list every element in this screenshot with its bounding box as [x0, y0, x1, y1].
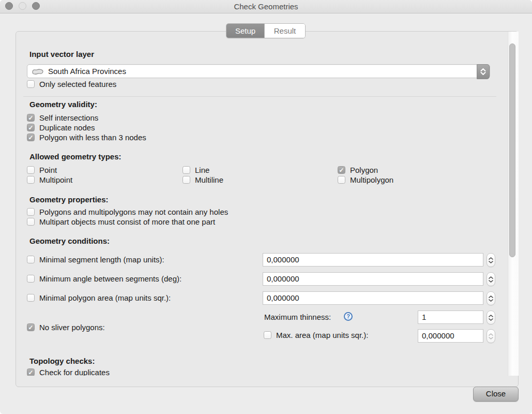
max-area-stepper — [487, 329, 495, 343]
min-segment-length-input[interactable]: 0,000000 — [263, 253, 483, 267]
window-title: Check Geometries — [0, 0, 532, 13]
max-area-input[interactable]: 0,000000 — [418, 329, 483, 343]
geometry-validity-heading: Geometry validity: — [29, 100, 97, 109]
multipolygon-label: Multipolygon — [350, 175, 393, 184]
spinner-up-icon — [489, 315, 493, 317]
geometry-properties-heading: Geometry properties: — [29, 195, 109, 204]
min-polygon-area-input[interactable]: 0,000000 — [263, 291, 483, 305]
spinner-down-icon — [489, 261, 493, 263]
min-segment-length-label: Minimal segment length (map units): — [39, 255, 164, 264]
only-selected-features-label: Only selected features — [39, 80, 116, 88]
min-polygon-area-value: 0,000000 — [267, 293, 299, 302]
check-for-duplicates-label: Check for duplicates — [39, 368, 110, 377]
multiline-label: Multiline — [195, 175, 223, 184]
polygon-less-3-nodes-checkbox[interactable]: ✓ — [27, 134, 35, 141]
vertical-scrollbar-thumb[interactable] — [509, 43, 515, 257]
min-segment-length-stepper[interactable] — [487, 253, 495, 267]
no-holes-checkbox[interactable]: ✓ — [27, 208, 35, 216]
spinner-down-icon — [489, 337, 493, 339]
input-layer-selected-value: South Africa Provinces — [48, 67, 126, 76]
check-icon: ✓ — [27, 124, 34, 131]
multipoint-checkbox[interactable]: ✓ — [27, 176, 35, 184]
spinner-down-icon — [489, 280, 493, 283]
no-holes-label: Polygons and multipolygons may not conta… — [39, 208, 228, 216]
allowed-geometry-types-heading: Allowed geometry types: — [29, 152, 121, 161]
point-checkbox[interactable]: ✓ — [27, 166, 35, 174]
titlebar: Check Geometries — [0, 0, 532, 13]
min-polygon-area-stepper[interactable] — [487, 291, 495, 305]
duplicate-nodes-checkbox[interactable]: ✓ — [27, 124, 35, 131]
spinner-up-icon — [489, 276, 493, 279]
min-segment-length-checkbox[interactable]: ✓ — [27, 256, 35, 263]
max-area-label: Max. area (map units sqr.): — [276, 331, 368, 339]
spinner-up-icon — [489, 295, 493, 298]
multiline-checkbox[interactable]: ✓ — [183, 176, 190, 184]
polygon-less-3-nodes-label: Polygon with less than 3 nodes — [39, 133, 146, 142]
spinner-down-icon — [489, 318, 493, 321]
topology-checks-heading: Topology checks: — [29, 357, 95, 365]
min-angle-value: 0,000000 — [267, 274, 299, 283]
min-angle-input[interactable]: 0,000000 — [263, 272, 483, 286]
min-polygon-area-checkbox[interactable]: ✓ — [27, 294, 35, 302]
separator — [23, 96, 496, 97]
check-icon: ✓ — [27, 114, 34, 122]
geometry-conditions-heading: Geometry conditions: — [29, 236, 110, 245]
maximum-thinness-label: Maximum thinness: — [264, 313, 331, 321]
input-layer-combobox[interactable]: South Africa Provinces — [27, 64, 490, 78]
spinner-up-icon — [489, 333, 493, 336]
scroll-area: Input vector layer South Africa Province… — [0, 0, 532, 414]
point-label: Point — [39, 166, 57, 174]
check-geometries-window: Check Geometries Setup Result Input vect… — [0, 0, 532, 414]
multipart-checkbox[interactable]: ✓ — [27, 218, 35, 226]
input-vector-layer-heading: Input vector layer — [29, 50, 94, 58]
help-icon[interactable]: ? — [344, 312, 353, 321]
spinner-down-icon — [489, 299, 493, 302]
polygon-label: Polygon — [350, 166, 378, 174]
no-sliver-polygons-checkbox[interactable]: ✓ — [27, 323, 35, 331]
check-icon: ✓ — [27, 324, 34, 331]
multipolygon-checkbox[interactable]: ✓ — [338, 176, 345, 184]
maximum-thinness-value: 1 — [422, 313, 426, 321]
min-polygon-area-label: Minimal polygon area (map units sqr.): — [39, 293, 171, 302]
line-label: Line — [195, 166, 209, 174]
check-icon: ✓ — [27, 369, 34, 376]
maximum-thinness-input[interactable]: 1 — [418, 310, 483, 324]
check-for-duplicates-checkbox[interactable]: ✓ — [27, 368, 35, 376]
self-intersections-checkbox[interactable]: ✓ — [27, 114, 35, 122]
close-button[interactable]: Close — [473, 387, 519, 402]
spinner-up-icon — [489, 257, 493, 260]
self-intersections-label: Self intersections — [39, 113, 98, 122]
polygon-checkbox[interactable]: ✓ — [338, 166, 345, 174]
polygon-layer-icon — [32, 68, 44, 78]
max-area-value: 0,000000 — [422, 331, 454, 340]
min-angle-stepper[interactable] — [487, 272, 495, 286]
multipart-label: Multipart objects must consist of more t… — [39, 217, 215, 226]
min-angle-checkbox[interactable]: ✓ — [27, 275, 35, 283]
combobox-arrows-icon[interactable] — [477, 64, 490, 79]
line-checkbox[interactable]: ✓ — [183, 166, 190, 174]
max-area-checkbox[interactable]: ✓ — [264, 331, 271, 339]
min-segment-length-value: 0,000000 — [267, 255, 299, 264]
no-sliver-polygons-label: No sliver polygons: — [39, 323, 105, 332]
check-icon: ✓ — [27, 134, 34, 141]
maximum-thinness-stepper[interactable] — [487, 310, 495, 324]
duplicate-nodes-label: Duplicate nodes — [39, 123, 95, 132]
only-selected-features-checkbox[interactable]: ✓ — [27, 80, 35, 88]
min-angle-label: Minimum angle between segments (deg): — [39, 274, 181, 283]
multipoint-label: Multipoint — [39, 175, 72, 184]
check-icon: ✓ — [338, 167, 345, 174]
